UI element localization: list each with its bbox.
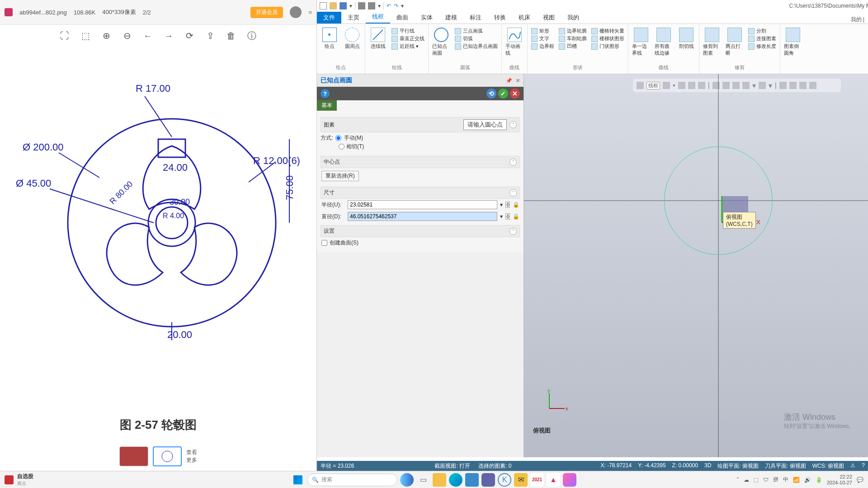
close-panel-icon[interactable]: ✕ [516, 78, 520, 84]
taskview-icon[interactable]: ▭ [416, 473, 430, 487]
notification-icon[interactable] [5, 475, 14, 484]
explorer-icon[interactable] [433, 473, 446, 487]
notifications-icon[interactable]: 💬 [857, 477, 863, 483]
app-icon[interactable] [563, 473, 576, 487]
diameter-input[interactable] [348, 212, 497, 221]
sel-icon[interactable] [789, 82, 797, 89]
connect-button[interactable]: 连接图素 [748, 35, 776, 42]
status-wcs[interactable]: WCS: 俯视图 [812, 462, 844, 470]
fit-icon[interactable]: ⬚ [80, 31, 90, 41]
clock[interactable]: 22:22 2024-10-27 [827, 474, 852, 486]
sel-icon[interactable] [732, 82, 740, 89]
tab-model[interactable]: 建模 [439, 12, 463, 23]
status-cplane[interactable]: 绘图平面: 俯视图 [717, 462, 759, 470]
menu-icon[interactable]: ≡ [308, 9, 312, 16]
sel-icon[interactable] [712, 82, 720, 89]
perp-line-button[interactable]: 垂直正交线 [392, 35, 425, 42]
near-line-button[interactable]: 近距线 ▾ [392, 43, 425, 50]
vip-button[interactable]: 开通会员 [250, 7, 283, 18]
prev-icon[interactable]: ← [143, 31, 153, 41]
sel-icon[interactable] [698, 82, 705, 89]
tab-view[interactable]: 视图 [537, 12, 561, 23]
tab-file[interactable]: 文件 [317, 12, 341, 23]
trim-to-button[interactable]: 修剪到图素 [703, 28, 721, 56]
zoom-in-icon[interactable]: ⊕ [101, 31, 111, 41]
section-curve-button[interactable]: 剖切线 [677, 28, 695, 50]
radius-spinner[interactable]: ▴▾ [505, 202, 510, 208]
print-icon[interactable] [358, 2, 365, 9]
tray-icon[interactable]: 🛡 [763, 477, 769, 483]
tab-my[interactable]: 我的 [561, 12, 585, 23]
manual-curve-button[interactable]: 手动画线 [505, 28, 524, 56]
stairs-button[interactable]: 楼梯状图形 [591, 35, 624, 42]
status-section[interactable]: 截面视图: 打开 [434, 462, 470, 470]
single-edge-button[interactable]: 单一边界线 [632, 28, 650, 56]
tab-transform[interactable]: 转换 [488, 12, 512, 23]
tangent-arc-button[interactable]: 切弧 [455, 35, 498, 42]
ime-mode-icon[interactable]: 中 [783, 476, 788, 483]
app-icon[interactable]: K [498, 473, 511, 487]
sel-icon[interactable] [637, 82, 644, 89]
tab-solid[interactable]: 实体 [415, 12, 439, 23]
line-button[interactable]: 连续线 [369, 28, 387, 50]
sel-icon[interactable] [722, 82, 730, 89]
diameter-spinner[interactable]: ▴▾ [505, 213, 510, 220]
wifi-icon[interactable]: 📶 [793, 477, 800, 483]
copilot-icon[interactable] [400, 473, 414, 487]
sel-icon[interactable] [678, 82, 685, 89]
status-3d[interactable]: 3D [704, 462, 711, 470]
method-tangent-radio[interactable] [339, 144, 344, 150]
bbox-button[interactable]: 边界框 [531, 43, 554, 50]
next-icon[interactable]: → [164, 31, 174, 41]
edge-icon[interactable] [449, 473, 462, 487]
new-icon[interactable] [320, 2, 327, 9]
sel-icon[interactable] [799, 82, 807, 89]
status-tplane[interactable]: 刀具平面: 俯视图 [765, 462, 806, 470]
thumbnail-1[interactable] [119, 446, 148, 466]
start-button[interactable] [292, 474, 304, 486]
parallel-line-button[interactable]: 平行线 [392, 28, 425, 34]
share-icon[interactable]: ⇪ [205, 31, 215, 41]
sel-icon[interactable] [759, 82, 766, 89]
door-button[interactable]: 门状图形 [591, 43, 624, 50]
radius-input[interactable] [348, 200, 497, 209]
onedrive-icon[interactable]: ☁ [744, 477, 749, 483]
tab-home[interactable]: 主页 [341, 12, 366, 23]
mod-length-button[interactable]: 修改长度 [748, 43, 776, 50]
pin-icon[interactable]: 📌 [506, 78, 512, 84]
stock-widget[interactable]: 自选股 观点 [17, 473, 33, 487]
collapse-icon[interactable]: ˄ [509, 159, 517, 166]
text-button[interactable]: 文字 [531, 35, 554, 42]
method-manual-radio[interactable] [335, 135, 341, 141]
break-2pt-button[interactable]: 两点打断 [726, 28, 744, 56]
mastercam-taskbar-icon[interactable]: 2021 [530, 473, 544, 487]
collapse-icon[interactable]: ˄ [509, 189, 517, 197]
taskbar-search[interactable]: 🔍 搜索 [307, 474, 397, 486]
tray-icon[interactable]: ⬚ [754, 477, 759, 483]
ok-icon[interactable]: ✓ [498, 89, 508, 99]
undo-icon[interactable]: ↶ [387, 3, 391, 9]
tab-machine[interactable]: 机床 [512, 12, 537, 23]
all-curves-button[interactable]: 所有曲线边缘 [655, 28, 673, 56]
dropdown-icon[interactable]: ▾ [500, 213, 503, 220]
relief-button[interactable]: 车削轮廓 [559, 35, 587, 42]
sel-icon[interactable] [809, 82, 816, 89]
draw-point-button[interactable]: 绘点 [321, 28, 339, 50]
fullscreen-icon[interactable]: ⛶ [60, 31, 70, 41]
boundary-button[interactable]: 边界轮廓 [559, 28, 587, 34]
zoom-out-icon[interactable]: ⊖ [122, 31, 132, 41]
lock-icon[interactable]: 🔒 [513, 202, 519, 208]
graphics-viewport[interactable]: 线框 ▪ | ▾ ▾ | [524, 74, 868, 457]
lock-icon[interactable]: 🔒 [513, 213, 519, 220]
help-icon[interactable]: ? [321, 89, 330, 98]
create-surface-checkbox[interactable] [321, 240, 327, 246]
thumbnail-2[interactable] [153, 446, 182, 466]
tray-chevron-icon[interactable]: ˄ [736, 477, 739, 483]
view-more[interactable]: 查看 更多 [186, 449, 197, 464]
cancel-icon[interactable]: ✕ [510, 89, 520, 99]
known-edge-circle-button[interactable]: 已知边界点画圆 [455, 43, 498, 50]
apply-back-icon[interactable]: ⟲ [486, 89, 496, 99]
open-icon[interactable] [330, 2, 337, 9]
groove-button[interactable]: 凹槽 [559, 43, 587, 50]
user-avatar[interactable] [290, 6, 302, 18]
